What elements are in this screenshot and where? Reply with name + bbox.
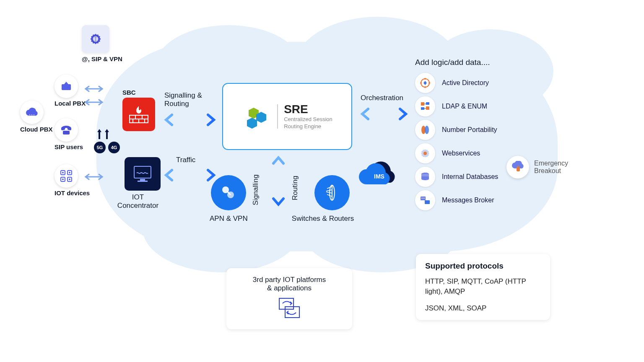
sip-users-node: SIP users xyxy=(55,118,83,150)
iot-devices-icon xyxy=(55,164,78,188)
left-biarrow2 xyxy=(82,171,106,184)
protocols-panel: Supported protocols HTTP, SIP, MQTT, CoA… xyxy=(416,254,550,320)
sre-box: SRE Centralized Session Routing Engine xyxy=(222,83,352,150)
iot-concentrator-node: IOT Concentrator xyxy=(120,157,165,210)
up-arrow-icon xyxy=(97,129,101,139)
tag-4g: 4G xyxy=(108,142,120,153)
logic-label: Active Directory xyxy=(442,79,489,87)
switches-routers-node: Switches & Routers xyxy=(305,175,358,223)
firewall-icon xyxy=(122,98,155,131)
sre-subtitle1: Centralized Session xyxy=(284,116,332,123)
svg-rect-41 xyxy=(421,107,424,110)
iot-devices-label: IOT devices xyxy=(55,189,90,197)
svg-point-3 xyxy=(29,114,30,115)
traffic-label: Traffic xyxy=(176,156,195,164)
sre-title: SRE xyxy=(284,103,332,116)
logic-label: Number Portability xyxy=(442,126,497,134)
logic-label: Internal Databases xyxy=(442,173,498,181)
vertical-arrow xyxy=(270,154,287,208)
emergency-label1: Emergency xyxy=(534,160,568,167)
svg-rect-23 xyxy=(140,179,145,181)
databases-icon xyxy=(415,167,435,187)
router-icon xyxy=(314,175,350,210)
emergency-label2: Breakout xyxy=(534,167,568,175)
left-biarrow1 xyxy=(82,84,106,115)
ims-cloud-icon: IMS xyxy=(354,160,400,189)
signalling-routing-arrow xyxy=(163,111,217,128)
svg-text:IMS: IMS xyxy=(374,173,384,180)
logic-label: Messages Broker xyxy=(442,197,494,204)
svg-point-51 xyxy=(424,198,425,199)
svg-point-5 xyxy=(34,114,34,115)
svg-rect-6 xyxy=(63,131,70,134)
monitor-icon xyxy=(125,157,161,191)
signalling-routing-label: Signalling & Routing xyxy=(164,91,219,108)
svg-rect-40 xyxy=(426,102,429,105)
svg-point-50 xyxy=(423,198,423,199)
sre-logo-icon xyxy=(242,102,271,131)
cloud-pbx-label: Cloud PBX xyxy=(20,126,53,133)
logic-item: LDAP & ENUM xyxy=(415,96,498,116)
active-directory-icon xyxy=(415,73,435,93)
svg-point-12 xyxy=(69,172,70,173)
logic-item: Webservices xyxy=(415,143,498,163)
traffic-arrow xyxy=(163,167,217,184)
svg-point-44 xyxy=(425,126,429,134)
svg-point-37 xyxy=(420,82,422,84)
svg-point-13 xyxy=(62,178,64,180)
switches-routers-label: Switches & Routers xyxy=(287,215,358,223)
svg-point-35 xyxy=(428,82,430,84)
emergency-cloud-icon xyxy=(506,156,529,178)
cloud-pbx-node: Cloud PBX xyxy=(20,101,53,133)
svg-rect-42 xyxy=(426,106,429,110)
svg-point-45 xyxy=(423,152,427,155)
apn-vpn-node: APN & VPN xyxy=(210,175,248,223)
protocols-line2: JSON, XML, SOAP xyxy=(425,304,541,313)
signalling-vertical-label: Signalling xyxy=(252,174,260,205)
orchestration-arrow xyxy=(359,106,409,122)
number-portability-icon xyxy=(415,120,435,140)
logic-label: Webservices xyxy=(442,150,480,157)
third-party-panel: 3rd party IOT platforms & applications xyxy=(226,268,352,329)
gear-globe-icon xyxy=(82,25,109,53)
svg-rect-2 xyxy=(65,83,67,86)
logic-item: Number Portability xyxy=(415,120,498,140)
svg-point-34 xyxy=(424,78,426,80)
logic-header: Add logic/add data.... xyxy=(415,58,498,67)
svg-rect-24 xyxy=(138,181,148,182)
iot-concentrator-label: IOT Concentrator xyxy=(111,193,165,210)
sbc-node: SBC xyxy=(122,89,155,131)
svg-marker-38 xyxy=(423,81,427,85)
sip-vpn-node: @, SIP & VPN xyxy=(82,25,122,62)
ims-node: IMS xyxy=(354,160,400,191)
exchange-icon xyxy=(277,297,302,320)
svg-point-11 xyxy=(62,172,64,173)
orchestration-label: Orchestration xyxy=(361,94,403,102)
upload-box-icon xyxy=(55,75,78,98)
webservices-icon xyxy=(415,143,435,163)
sbc-label: SBC xyxy=(122,89,155,96)
apn-vpn-icon xyxy=(211,175,246,210)
svg-rect-39 xyxy=(421,102,424,106)
logic-item: Active Directory xyxy=(415,73,498,93)
cellular-tags: 5G 4G xyxy=(94,142,120,153)
sre-subtitle2: Routing Engine xyxy=(284,123,332,130)
svg-point-14 xyxy=(69,178,70,180)
sip-vpn-label: @, SIP & VPN xyxy=(82,55,122,62)
third-party-line1: 3rd party IOT platforms xyxy=(236,276,343,284)
routing-vertical-label: Routing xyxy=(291,176,299,200)
protocols-title: Supported protocols xyxy=(425,261,541,271)
ldap-enum-icon xyxy=(415,96,435,116)
third-party-line2: & applications xyxy=(236,284,343,292)
phone-icon xyxy=(55,118,78,142)
svg-point-4 xyxy=(31,114,32,115)
tag-5g: 5G xyxy=(94,142,106,153)
protocols-line1: HTTP, SIP, MQTT, CoAP (HTTP light), AMQP xyxy=(425,277,541,297)
svg-marker-27 xyxy=(247,118,257,129)
logic-section: Add logic/add data.... Active Directory … xyxy=(415,58,498,214)
svg-point-49 xyxy=(421,198,422,199)
cellular-arrows xyxy=(97,129,109,139)
emergency-breakout-node: Emergency Breakout xyxy=(506,156,568,178)
svg-rect-48 xyxy=(425,200,430,204)
sip-users-label: SIP users xyxy=(55,143,83,150)
